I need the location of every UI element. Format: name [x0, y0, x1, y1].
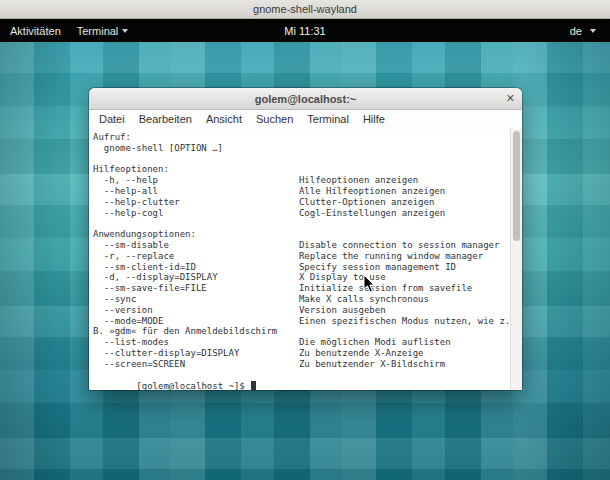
- chevron-down-icon: [122, 29, 128, 33]
- scrollbar-thumb[interactable]: [513, 131, 520, 241]
- gnome-top-bar: Aktivitäten Terminal Mi 11:31 de: [0, 19, 610, 42]
- screen: gnome-shell-wayland Aktivitäten Terminal…: [0, 0, 610, 480]
- terminal-prompt: [golem@localhost ~]$: [136, 381, 244, 390]
- terminal-output: Aufruf: gnome-shell [OPTION …] Hilfeopti…: [89, 129, 522, 370]
- outer-window-titlebar[interactable]: gnome-shell-wayland: [0, 0, 610, 19]
- app-menu-label: Terminal: [77, 25, 119, 37]
- status-menu-chevron-icon[interactable]: [590, 29, 596, 33]
- menu-datei[interactable]: Datei: [92, 110, 132, 129]
- close-button[interactable]: ✕: [506, 88, 515, 109]
- clock[interactable]: Mi 11:31: [284, 25, 325, 37]
- keyboard-layout-indicator[interactable]: de: [570, 25, 582, 37]
- terminal-body[interactable]: Aufruf: gnome-shell [OPTION …] Hilfeopti…: [89, 129, 522, 390]
- terminal-prompt-line: [golem@localhost ~]$: [89, 370, 522, 390]
- activities-button[interactable]: Aktivitäten: [10, 25, 61, 37]
- app-menu[interactable]: Terminal: [77, 25, 129, 37]
- terminal-window: golem@localhost:~ ✕ Datei Bearbeiten Ans…: [89, 88, 522, 390]
- menu-terminal[interactable]: Terminal: [300, 110, 356, 129]
- terminal-menubar: Datei Bearbeiten Ansicht Suchen Terminal…: [89, 110, 522, 129]
- menu-ansicht[interactable]: Ansicht: [199, 110, 249, 129]
- menu-hilfe[interactable]: Hilfe: [356, 110, 392, 129]
- outer-window-title: gnome-shell-wayland: [253, 3, 357, 15]
- terminal-title: golem@localhost:~: [255, 93, 357, 105]
- menu-suchen[interactable]: Suchen: [249, 110, 300, 129]
- scrollbar-track[interactable]: [510, 129, 522, 390]
- menu-bearbeiten[interactable]: Bearbeiten: [132, 110, 199, 129]
- terminal-titlebar[interactable]: golem@localhost:~ ✕: [89, 88, 522, 110]
- text-cursor: [251, 381, 256, 390]
